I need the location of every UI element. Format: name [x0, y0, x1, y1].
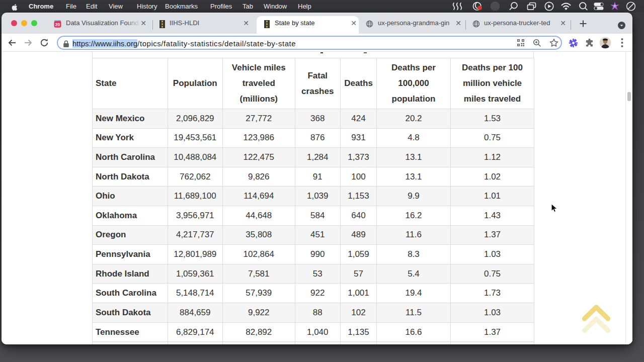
svg-text:20: 20: [55, 22, 60, 27]
